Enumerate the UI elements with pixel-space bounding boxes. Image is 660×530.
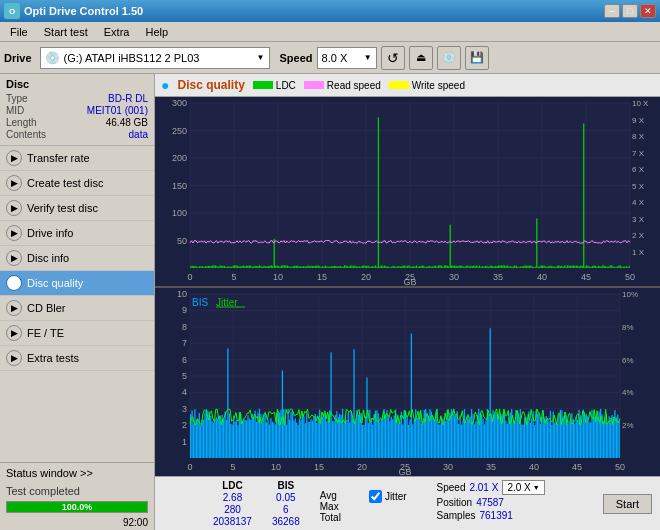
disc-length-key: Length bbox=[6, 117, 37, 128]
menu-file[interactable]: File bbox=[2, 24, 36, 40]
cd-bler-icon: ▶ bbox=[6, 300, 22, 316]
nav-label-create-test-disc: Create test disc bbox=[27, 177, 103, 189]
drive-value: (G:) ATAPI iHBS112 2 PL03 bbox=[64, 52, 200, 64]
lower-chart bbox=[155, 288, 660, 476]
avg-label: Avg bbox=[320, 490, 341, 501]
sidebar-item-drive-info[interactable]: ▶ Drive info bbox=[0, 221, 154, 246]
progress-bar: 100.0% bbox=[6, 501, 148, 513]
disc-button[interactable]: 💿 bbox=[437, 46, 461, 70]
nav-label-verify-test-disc: Verify test disc bbox=[27, 202, 98, 214]
disc-length-row: Length 46.48 GB bbox=[6, 117, 148, 128]
sidebar-item-verify-test-disc[interactable]: ▶ Verify test disc bbox=[0, 196, 154, 221]
drive-select[interactable]: 💿 (G:) ATAPI iHBS112 2 PL03 ▼ bbox=[40, 47, 270, 69]
progress-text: 100.0% bbox=[7, 502, 147, 512]
start-button[interactable]: Start bbox=[603, 494, 652, 514]
nav-label-disc-quality: Disc quality bbox=[27, 277, 83, 289]
legend-write-speed: Write speed bbox=[389, 80, 465, 91]
total-label: Total bbox=[320, 512, 341, 523]
main-layout: Disc Type BD-R DL MID MEIT01 (001) Lengt… bbox=[0, 74, 660, 530]
stats-ldc-header: LDC bbox=[213, 480, 252, 491]
status-window-label: Status window >> bbox=[6, 467, 93, 479]
stats-bis-max: 6 bbox=[272, 504, 300, 515]
sidebar-item-disc-quality[interactable]: ▶ Disc quality bbox=[0, 271, 154, 296]
disc-info-section: Disc Type BD-R DL MID MEIT01 (001) Lengt… bbox=[0, 74, 154, 146]
sidebar-item-extra-tests[interactable]: ▶ Extra tests bbox=[0, 346, 154, 371]
menu-extra[interactable]: Extra bbox=[96, 24, 138, 40]
content-area: ● Disc quality LDC Read speed Write spee… bbox=[155, 74, 660, 530]
disc-contents-key: Contents bbox=[6, 129, 46, 140]
time-display: 92:00 bbox=[0, 517, 154, 530]
disc-contents-val: data bbox=[129, 129, 148, 140]
position-row: Position 47587 bbox=[437, 497, 545, 508]
close-button[interactable]: ✕ bbox=[640, 4, 656, 18]
stats-ldc-avg: 2.68 bbox=[213, 492, 252, 503]
position-value: 47587 bbox=[476, 497, 504, 508]
disc-mid-val: MEIT01 (001) bbox=[87, 105, 148, 116]
ldc-chart-canvas bbox=[155, 97, 660, 286]
drive-dropdown-arrow: ▼ bbox=[257, 53, 265, 62]
speed-dropdown-arrow: ▼ bbox=[533, 484, 540, 491]
jitter-label: Jitter bbox=[385, 491, 407, 502]
create-test-disc-icon: ▶ bbox=[6, 175, 22, 191]
legend-write-speed-color bbox=[389, 81, 409, 89]
test-completed-text: Test completed bbox=[0, 483, 154, 499]
samples-value: 761391 bbox=[479, 510, 512, 521]
eject-button[interactable]: ⏏ bbox=[409, 46, 433, 70]
fe-te-icon: ▶ bbox=[6, 325, 22, 341]
bis-jitter-chart-canvas bbox=[155, 288, 660, 476]
nav-label-extra-tests: Extra tests bbox=[27, 352, 79, 364]
stats-bis-avg: 0.05 bbox=[272, 492, 300, 503]
speed-label: Speed bbox=[280, 52, 313, 64]
verify-test-disc-icon: ▶ bbox=[6, 200, 22, 216]
stats-ldc-total: 2038137 bbox=[213, 516, 252, 527]
refresh-button[interactable]: ↺ bbox=[381, 46, 405, 70]
jitter-checkbox[interactable] bbox=[369, 490, 382, 503]
nav-label-transfer-rate: Transfer rate bbox=[27, 152, 90, 164]
legend-write-speed-label: Write speed bbox=[412, 80, 465, 91]
status-window-button[interactable]: Status window >> bbox=[0, 463, 154, 483]
speed-dropdown-value: 2.0 X bbox=[507, 482, 530, 493]
nav-label-disc-info: Disc info bbox=[27, 252, 69, 264]
app-title: Opti Drive Control 1.50 bbox=[24, 5, 143, 17]
menu-bar: File Start test Extra Help bbox=[0, 22, 660, 42]
sidebar-item-fe-te[interactable]: ▶ FE / TE bbox=[0, 321, 154, 346]
speed-select[interactable]: 8.0 X ▼ bbox=[317, 47, 377, 69]
jitter-checkbox-row: Jitter bbox=[369, 480, 407, 503]
title-bar: O Opti Drive Control 1.50 – □ ✕ bbox=[0, 0, 660, 22]
disc-type-row: Type BD-R DL bbox=[6, 93, 148, 104]
upper-chart bbox=[155, 97, 660, 286]
disc-quality-icon: ▶ bbox=[6, 275, 22, 291]
speed-info-value: 2.01 X bbox=[469, 482, 498, 493]
sidebar-item-transfer-rate[interactable]: ▶ Transfer rate bbox=[0, 146, 154, 171]
legend-read-speed-color bbox=[304, 81, 324, 89]
maximize-button[interactable]: □ bbox=[622, 4, 638, 18]
stats-bis-col: BIS 0.05 6 36268 bbox=[272, 480, 300, 527]
chart-header: ● Disc quality LDC Read speed Write spee… bbox=[155, 74, 660, 97]
disc-mid-row: MID MEIT01 (001) bbox=[6, 105, 148, 116]
speed-dropdown[interactable]: 2.0 X ▼ bbox=[502, 480, 544, 495]
legend-ldc-color bbox=[253, 81, 273, 89]
speed-dropdown-arrow: ▼ bbox=[364, 53, 372, 62]
legend-ldc: LDC bbox=[253, 80, 296, 91]
disc-type-val: BD-R DL bbox=[108, 93, 148, 104]
menu-start-test[interactable]: Start test bbox=[36, 24, 96, 40]
nav-label-fe-te: FE / TE bbox=[27, 327, 64, 339]
charts-wrapper bbox=[155, 97, 660, 476]
menu-help[interactable]: Help bbox=[137, 24, 176, 40]
transfer-rate-icon: ▶ bbox=[6, 150, 22, 166]
disc-length-val: 46.48 GB bbox=[106, 117, 148, 128]
disc-type-key: Type bbox=[6, 93, 28, 104]
sidebar-item-cd-bler[interactable]: ▶ CD Bler bbox=[0, 296, 154, 321]
sidebar-item-create-test-disc[interactable]: ▶ Create test disc bbox=[0, 171, 154, 196]
drive-info-icon: ▶ bbox=[6, 225, 22, 241]
sidebar-item-disc-info[interactable]: ▶ Disc info bbox=[0, 246, 154, 271]
speed-position-col: Speed 2.01 X 2.0 X ▼ Position 47587 Samp… bbox=[437, 480, 545, 521]
stats-bis-total: 36268 bbox=[272, 516, 300, 527]
save-button[interactable]: 💾 bbox=[465, 46, 489, 70]
samples-label: Samples bbox=[437, 510, 476, 521]
legend-ldc-label: LDC bbox=[276, 80, 296, 91]
minimize-button[interactable]: – bbox=[604, 4, 620, 18]
stats-bar: LDC 2.68 280 2038137 BIS 0.05 6 36268 Av… bbox=[155, 476, 660, 530]
stats-row-labels: Avg Max Total bbox=[320, 480, 341, 523]
position-label: Position bbox=[437, 497, 473, 508]
